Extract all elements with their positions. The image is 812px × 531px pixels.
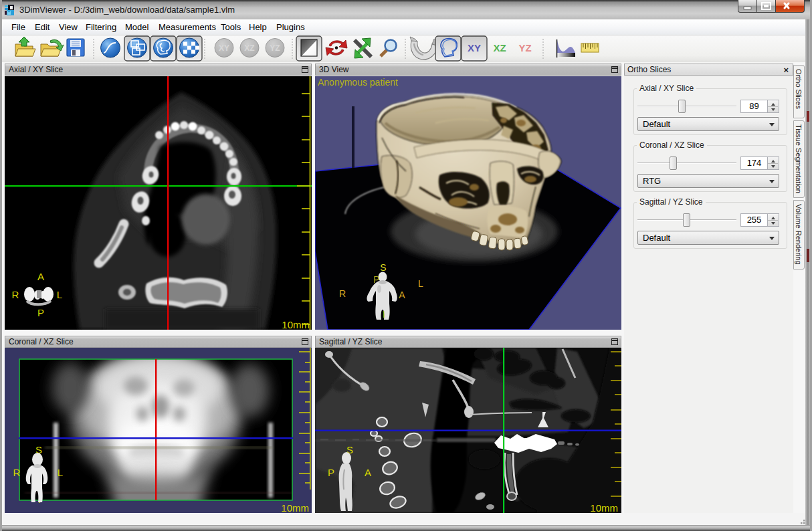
svg-text:R: R [12,289,19,300]
svg-text:S: S [380,262,386,273]
svg-text:P: P [328,467,334,478]
svg-text:XY: XY [219,43,229,53]
svg-text:A: A [399,290,405,300]
svg-text:10mm: 10mm [282,319,310,330]
svg-text:XZ: XZ [493,42,506,54]
svg-text:A: A [365,467,371,478]
svg-text:YZ: YZ [518,42,531,54]
svg-text:10mm: 10mm [590,502,618,513]
svg-text:R: R [13,467,21,478]
svg-text:YZ: YZ [270,43,280,53]
svg-text:P: P [373,274,379,285]
svg-text:L: L [57,289,62,300]
svg-text:XZ: XZ [244,43,254,53]
svg-text:Anonymous patient: Anonymous patient [318,77,398,88]
svg-text:L: L [58,467,63,478]
svg-text:A: A [37,271,44,282]
svg-text:10mm: 10mm [281,502,309,513]
svg-text:P: P [37,307,44,318]
svg-text:I: I [383,309,385,320]
svg-text:L: L [418,278,423,289]
svg-text:R: R [339,288,346,299]
svg-text:XY: XY [468,42,481,54]
